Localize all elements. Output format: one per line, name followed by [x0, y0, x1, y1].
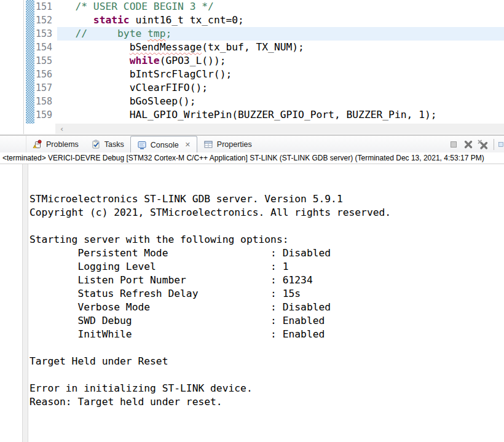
launch-status: <terminated> VERICI-DEVRE Debug [STM32 C…	[0, 152, 504, 164]
console-toolbar	[447, 136, 504, 153]
code-line[interactable]: /* USER CODE BEGIN 3 */	[57, 0, 504, 14]
code-line[interactable]: while(GPO3_L());	[57, 54, 504, 68]
line-number: 154	[36, 41, 57, 54]
remove-launch-button[interactable]	[462, 138, 474, 151]
code-editor: 151152153154155156157158159160 /* USER C…	[0, 0, 504, 135]
quick-diff-ruler[interactable]	[26, 0, 34, 124]
clipped-toolbar-icon[interactable]	[498, 138, 504, 151]
tabbar-spacer	[0, 136, 26, 153]
line-number: 153	[36, 27, 57, 41]
console-body: STMicroelectronics ST-LINK GDB server. V…	[0, 164, 504, 442]
tab-label: Problems	[46, 140, 79, 149]
tab-console[interactable]: Console ✕	[130, 136, 197, 153]
code-line[interactable]: bIntSrcFlagClr();	[57, 68, 504, 81]
editor-horizontal-scrollbar[interactable]: ‹	[55, 124, 504, 134]
terminate-icon	[449, 140, 459, 149]
properties-icon	[203, 140, 213, 149]
line-number: 159	[36, 108, 57, 122]
view-tab-bar: Problems Tasks Console	[0, 135, 504, 153]
toolbar-separator	[494, 139, 494, 150]
line-number: 157	[36, 81, 57, 95]
tab-label: Tasks	[104, 140, 124, 149]
terminate-button[interactable]	[447, 138, 460, 151]
tab-problems[interactable]: Problems	[26, 136, 85, 153]
tab-label: Properties	[217, 140, 252, 149]
code-lines[interactable]: /* USER CODE BEGIN 3 */ static uint16_t …	[57, 0, 504, 124]
remove-all-terminated-icon	[478, 140, 489, 149]
console-output[interactable]: STMicroelectronics ST-LINK GDB server. V…	[30, 165, 391, 409]
tab-close-icon[interactable]: ✕	[185, 141, 191, 149]
line-number: 151	[36, 0, 57, 14]
code-line[interactable]: vClearFIFO();	[57, 81, 504, 95]
code-line[interactable]: static uint16_t tx_cnt=0;	[57, 14, 504, 27]
tab-properties[interactable]: Properties	[197, 136, 258, 153]
console-icon	[137, 140, 147, 150]
tab-tasks[interactable]: Tasks	[85, 136, 130, 153]
tab-label: Console	[151, 141, 179, 149]
line-number: 160	[36, 122, 57, 124]
code-line[interactable]: bGoSleep();	[57, 95, 504, 108]
line-number: 158	[36, 95, 57, 108]
code-line[interactable]: HAL_GPIO_WritePin(BUZZER_GPIO_Port, BUZZ…	[57, 108, 504, 122]
line-number: 152	[36, 14, 57, 27]
panel-left-strip	[22, 164, 28, 442]
line-number: 155	[36, 54, 57, 68]
problems-icon	[33, 140, 42, 149]
line-number: 156	[36, 68, 57, 81]
line-numbers: 151152153154155156157158159160	[36, 0, 57, 124]
code-line[interactable]: // byte tmp;	[57, 27, 504, 41]
tasks-icon	[91, 140, 101, 149]
scroll-left-arrow-icon[interactable]: ‹	[55, 124, 63, 133]
console-panel: Problems Tasks Console	[0, 135, 504, 442]
remove-all-terminated-button[interactable]	[477, 138, 489, 151]
clipped-icon	[498, 140, 504, 149]
code-line[interactable]: bSendMessage(tx_buf, TX_NUM);	[57, 41, 504, 54]
ide-screen: 151152153154155156157158159160 /* USER C…	[0, 0, 504, 442]
remove-launch-icon	[463, 140, 473, 149]
editor-left-border	[23, 0, 24, 134]
